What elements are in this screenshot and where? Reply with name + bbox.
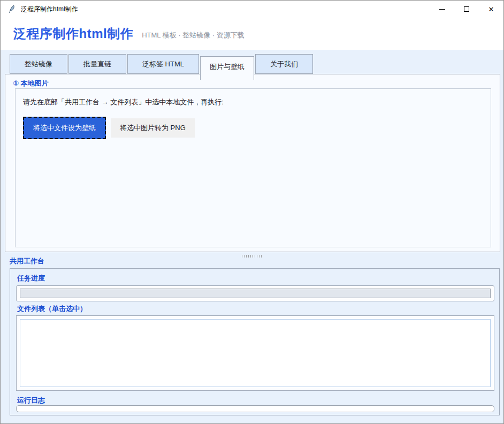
feather-app-icon: [7, 5, 16, 13]
log-label: 运行日志: [17, 396, 45, 405]
tab-pane-images-wallpaper: ① 本地图片 请先在底部「共用工作台 → 文件列表」中选中本地文件，再执行: 将…: [5, 74, 500, 252]
app-brand-title: 泛程序制作html制作: [13, 25, 133, 42]
minimize-button[interactable]: [430, 1, 454, 18]
local-images-frame: 请先在底部「共用工作台 → 文件列表」中选中本地文件，再执行: 将选中文件设为壁…: [15, 88, 491, 247]
minimize-icon: [439, 9, 445, 10]
app-header: 泛程序制作html制作 HTML 模板 · 整站镜像 · 资源下载: [1, 18, 503, 50]
action-button-row: 将选中文件设为壁纸 将选中图片转为 PNG: [23, 117, 483, 139]
workspace-title: 共用工作台: [10, 256, 44, 266]
progress-container: [16, 285, 494, 301]
app-tagline: HTML 模板 · 整站镜像 · 资源下载: [142, 27, 245, 40]
set-wallpaper-button[interactable]: 将选中文件设为壁纸: [23, 117, 106, 139]
window-title: 泛程序制作html制作: [21, 5, 78, 14]
section-label-local-images: ① 本地图片: [13, 79, 49, 88]
tab-pan-tag-html[interactable]: 泛标签 HTML: [127, 54, 199, 74]
app-window: 泛程序制作html制作 ✕ 泛程序制作html制作 HTML 模板 · 整站镜像…: [0, 0, 504, 424]
progress-bar: [20, 289, 491, 298]
instruction-text: 请先在底部「共用工作台 → 文件列表」中选中本地文件，再执行:: [23, 97, 483, 107]
tab-batch-links[interactable]: 批量直链: [68, 54, 126, 74]
close-icon: ✕: [488, 6, 494, 13]
file-list-label: 文件列表（单击选中）: [17, 304, 87, 314]
convert-png-button[interactable]: 将选中图片转为 PNG: [111, 118, 195, 138]
titlebar[interactable]: 泛程序制作html制作 ✕: [1, 1, 503, 18]
file-list-container: [16, 315, 494, 391]
file-listbox[interactable]: [20, 319, 491, 387]
main-page: 整站镜像 批量直链 泛标签 HTML 图片与壁纸 关于我们 ① 本地图片 请先在…: [1, 50, 503, 423]
progress-label: 任务进度: [17, 274, 45, 283]
maximize-button[interactable]: [454, 1, 479, 18]
tab-site-mirror[interactable]: 整站镜像: [10, 54, 67, 74]
close-button[interactable]: ✕: [479, 1, 503, 18]
log-output[interactable]: [16, 405, 494, 412]
tab-about-us[interactable]: 关于我们: [255, 54, 313, 74]
splitter-handle[interactable]: [242, 255, 263, 258]
workspace-frame: 任务进度 文件列表（单击选中） 运行日志: [10, 268, 500, 415]
tab-images-wallpaper[interactable]: 图片与壁纸: [200, 56, 254, 80]
maximize-icon: [464, 6, 469, 12]
tab-bar: 整站镜像 批量直链 泛标签 HTML 图片与壁纸 关于我们: [10, 54, 313, 80]
